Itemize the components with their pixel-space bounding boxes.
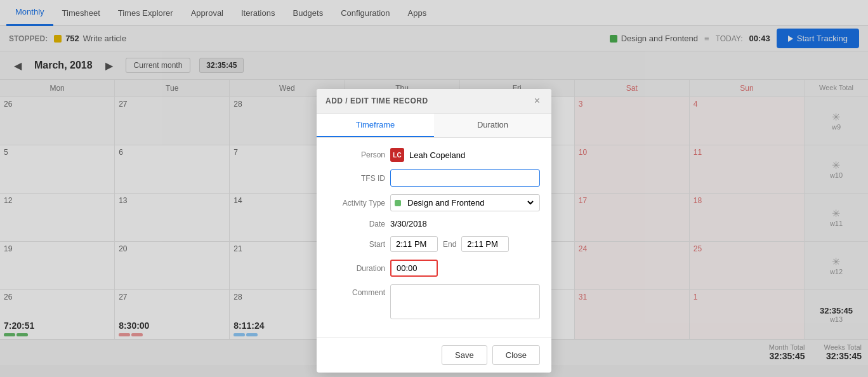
duration-input[interactable] bbox=[390, 260, 438, 277]
modal-close-button[interactable]: × bbox=[532, 95, 542, 107]
modal-overlay: ADD / EDIT TIME RECORD × Timeframe Durat… bbox=[0, 0, 868, 365]
comment-row: Comment bbox=[328, 284, 540, 319]
date-row: Date 3/30/2018 bbox=[328, 219, 540, 228]
tfsid-input[interactable] bbox=[390, 169, 540, 187]
modal-body: Person LC Leah Copeland TFS ID Activity … bbox=[317, 138, 551, 337]
tab-timeframe[interactable]: Timeframe bbox=[317, 114, 434, 137]
activity-color-dot bbox=[395, 200, 401, 206]
start-end-row: Start End bbox=[328, 236, 540, 252]
date-label: Date bbox=[328, 220, 385, 228]
save-button[interactable]: Save bbox=[442, 345, 487, 365]
activity-select[interactable]: Design and Frontend bbox=[405, 197, 536, 208]
avatar: LC bbox=[390, 148, 404, 162]
start-label: Start bbox=[328, 240, 385, 249]
comment-textarea[interactable] bbox=[390, 284, 540, 319]
end-time-input[interactable] bbox=[461, 236, 509, 252]
modal-header: ADD / EDIT TIME RECORD × bbox=[317, 89, 551, 114]
time-record-modal: ADD / EDIT TIME RECORD × Timeframe Durat… bbox=[317, 89, 551, 365]
tab-duration[interactable]: Duration bbox=[434, 114, 551, 137]
modal-tabs: Timeframe Duration bbox=[317, 114, 551, 138]
modal-footer: Save Close bbox=[317, 337, 551, 365]
person-name: Leah Copeland bbox=[409, 150, 465, 160]
modal-title: ADD / EDIT TIME RECORD bbox=[326, 96, 428, 105]
activity-select-wrapper[interactable]: Design and Frontend bbox=[390, 194, 540, 211]
activity-label: Activity Type bbox=[328, 199, 385, 208]
duration-label: Duration bbox=[328, 264, 385, 273]
tfsid-row: TFS ID bbox=[328, 169, 540, 187]
person-badge: LC Leah Copeland bbox=[390, 148, 465, 162]
person-row: Person LC Leah Copeland bbox=[328, 148, 540, 162]
person-label: Person bbox=[328, 150, 385, 159]
end-label: End bbox=[443, 240, 456, 249]
duration-row: Duration bbox=[328, 260, 540, 277]
close-button[interactable]: Close bbox=[492, 345, 540, 365]
date-value: 3/30/2018 bbox=[390, 219, 427, 228]
activity-row: Activity Type Design and Frontend bbox=[328, 194, 540, 211]
start-time-input[interactable] bbox=[390, 236, 438, 252]
time-row: End bbox=[390, 236, 509, 252]
comment-label: Comment bbox=[328, 288, 385, 297]
tfsid-label: TFS ID bbox=[328, 174, 385, 183]
